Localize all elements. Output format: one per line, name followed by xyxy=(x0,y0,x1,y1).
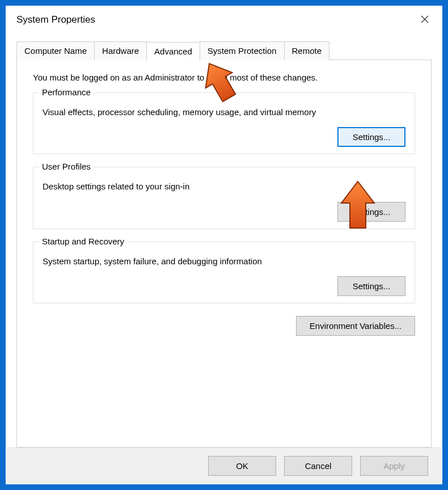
admin-notice: You must be logged on as an Administrato… xyxy=(33,73,415,82)
tab-label: Hardware xyxy=(102,46,139,56)
tab-label: Remote xyxy=(292,46,322,56)
tab-hardware[interactable]: Hardware xyxy=(94,41,147,60)
startup-recovery-settings-button[interactable]: Settings... xyxy=(337,276,405,296)
tab-label: Computer Name xyxy=(24,46,87,56)
group-desc: System startup, system failure, and debu… xyxy=(43,256,405,267)
user-profiles-settings-button[interactable]: Settings... xyxy=(337,202,405,222)
group-legend: Startup and Recovery xyxy=(39,236,127,246)
client-area: Computer Name Hardware Advanced System P… xyxy=(6,33,442,447)
dialog-action-row: OK Cancel Apply xyxy=(6,447,442,484)
window-title: System Properties xyxy=(16,14,95,26)
tab-computer-name[interactable]: Computer Name xyxy=(16,41,95,60)
group-legend: Performance xyxy=(39,87,94,97)
group-desc: Visual effects, processor scheduling, me… xyxy=(43,107,405,118)
group-desc: Desktop settings related to your sign-in xyxy=(43,181,405,192)
tab-panel-advanced: You must be logged on as an Administrato… xyxy=(16,60,432,447)
apply-button[interactable]: Apply xyxy=(360,456,428,476)
group-user-profiles: User Profiles Desktop settings related t… xyxy=(33,167,415,229)
ok-button[interactable]: OK xyxy=(208,456,276,476)
tab-label: System Protection xyxy=(208,46,277,56)
tab-remote[interactable]: Remote xyxy=(284,41,330,60)
titlebar: System Properties xyxy=(6,6,442,33)
performance-settings-button[interactable]: Settings... xyxy=(337,127,405,147)
group-startup-recovery: Startup and Recovery System startup, sys… xyxy=(33,242,415,303)
tab-label: Advanced xyxy=(154,47,192,56)
group-performance: Performance Visual effects, processor sc… xyxy=(33,92,415,154)
close-icon[interactable] xyxy=(416,14,434,26)
tab-advanced[interactable]: Advanced xyxy=(146,42,200,61)
tab-system-protection[interactable]: System Protection xyxy=(200,41,285,60)
environment-variables-button[interactable]: Environment Variables... xyxy=(296,316,415,336)
system-properties-dialog: System Properties Computer Name Hardware… xyxy=(6,6,442,484)
group-legend: User Profiles xyxy=(39,162,94,171)
tab-row: Computer Name Hardware Advanced System P… xyxy=(16,41,432,60)
cancel-button[interactable]: Cancel xyxy=(284,456,352,476)
